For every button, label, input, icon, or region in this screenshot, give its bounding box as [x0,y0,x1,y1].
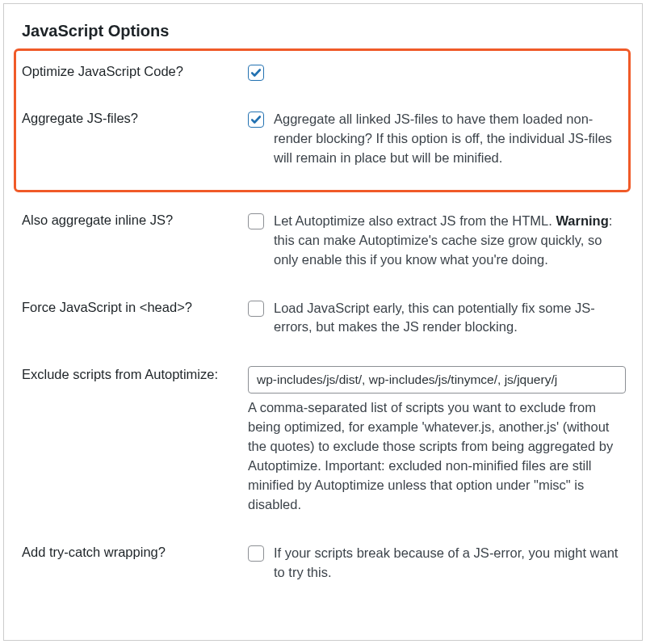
checkbox-aggregate-js[interactable] [248,112,264,128]
checkbox-trycatch[interactable] [248,545,264,562]
control-force-head: Load JavaScript early, this can potentia… [248,299,626,338]
desc-also-inline: Let Autoptimize also extract JS from the… [274,212,626,270]
desc-force-head: Load JavaScript early, this can potentia… [274,299,626,338]
desc-also-inline-pre: Let Autoptimize also extract JS from the… [274,213,556,228]
control-aggregate-js: Aggregate all linked JS-files to have th… [248,110,626,168]
row-aggregate-js: Aggregate JS-files? Aggregate all linked… [22,110,626,168]
label-aggregate-js: Aggregate JS-files? [22,110,248,126]
label-exclude: Exclude scripts from Autoptimize: [22,366,248,382]
checkbox-also-inline[interactable] [248,213,264,229]
input-exclude-scripts[interactable] [248,366,626,394]
label-optimize-js: Optimize JavaScript Code? [22,63,248,79]
label-also-inline: Also aggregate inline JS? [22,212,248,228]
js-options-panel: JavaScript Options Optimize JavaScript C… [3,3,643,641]
desc-aggregate-js: Aggregate all linked JS-files to have th… [274,110,626,168]
checkbox-force-head[interactable] [248,301,264,317]
row-also-inline: Also aggregate inline JS? Let Autoptimiz… [22,212,626,270]
label-force-head: Force JavaScript in <head>? [22,299,248,315]
section-title: JavaScript Options [22,22,626,40]
desc-also-inline-bold: Warning [556,213,608,228]
row-optimize-js: Optimize JavaScript Code? [22,63,626,81]
row-trycatch: Add try-catch wrapping? If your scripts … [22,544,626,583]
control-exclude: A comma-separated list of scripts you wa… [248,366,626,515]
control-optimize-js [248,63,626,81]
control-trycatch: If your scripts break because of a JS-er… [248,544,626,583]
control-also-inline: Let Autoptimize also extract JS from the… [248,212,626,270]
help-exclude: A comma-separated list of scripts you wa… [248,398,626,515]
checkbox-optimize-js[interactable] [248,65,264,81]
label-trycatch: Add try-catch wrapping? [22,544,248,560]
row-force-head: Force JavaScript in <head>? Load JavaScr… [22,299,626,338]
options-rows: Optimize JavaScript Code? Aggregate JS-f… [22,63,626,583]
row-exclude: Exclude scripts from Autoptimize: A comm… [22,366,626,515]
desc-trycatch: If your scripts break because of a JS-er… [274,544,626,583]
